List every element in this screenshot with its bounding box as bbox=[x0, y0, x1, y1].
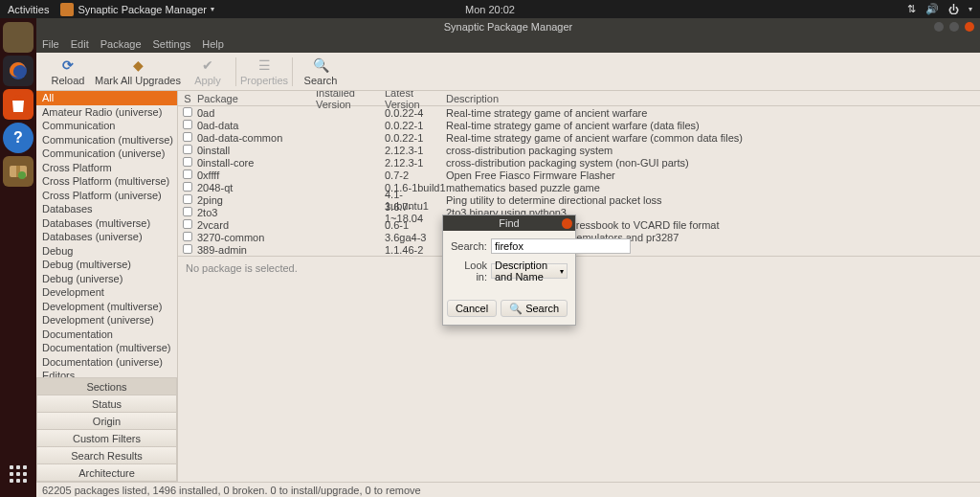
package-row[interactable]: 2vcard0.6-1perl script to convert an add… bbox=[178, 218, 980, 231]
section-item[interactable]: Cross Platform (multiverse) bbox=[36, 174, 177, 189]
dialog-search-button[interactable]: 🔍 Search bbox=[501, 300, 568, 317]
section-item[interactable]: Cross Platform (universe) bbox=[36, 189, 177, 203]
pkg-desc: Ping utility to determine directional pa… bbox=[446, 194, 980, 206]
section-item[interactable]: Amateur Radio (universe) bbox=[36, 105, 177, 120]
status-checkbox[interactable] bbox=[183, 132, 192, 142]
pkg-name: 0xffff bbox=[193, 169, 316, 181]
package-row[interactable]: 2048-qt0.1.6-1build1mathematics based pu… bbox=[178, 181, 980, 193]
search-icon: 🔍 bbox=[312, 57, 329, 73]
lookin-select[interactable]: Description and Name ▾ bbox=[491, 263, 568, 279]
filter-search-results[interactable]: Search Results bbox=[36, 446, 177, 464]
section-item[interactable]: Documentation bbox=[36, 328, 177, 342]
package-row[interactable]: 0xffff0.7-2Open Free Fiasco Firmware Fla… bbox=[178, 169, 980, 181]
status-checkbox[interactable] bbox=[183, 107, 192, 117]
chevron-down-icon[interactable]: ▾ bbox=[969, 5, 972, 13]
pkg-latest: 0.0.22-1 bbox=[385, 132, 446, 144]
activities-button[interactable]: Activities bbox=[8, 4, 49, 15]
launcher-software[interactable] bbox=[3, 89, 33, 120]
menu-bar: File Edit Package Settings Help bbox=[36, 35, 980, 53]
section-item[interactable]: All bbox=[36, 91, 177, 105]
launcher-archive[interactable] bbox=[3, 156, 33, 187]
main-panel: S Package Installed Version Latest Versi… bbox=[178, 91, 980, 482]
package-row[interactable]: 0ad0.0.22-4Real-time strategy game of an… bbox=[178, 106, 980, 119]
package-list[interactable]: 0ad0.0.22-4Real-time strategy game of an… bbox=[178, 106, 980, 256]
clock[interactable]: Mon 20:02 bbox=[465, 4, 515, 15]
filter-sections[interactable]: Sections bbox=[36, 377, 177, 395]
package-row[interactable]: 0install2.12.3-1cross-distribution packa… bbox=[178, 144, 980, 156]
menu-settings[interactable]: Settings bbox=[153, 38, 191, 50]
close-button[interactable] bbox=[965, 22, 974, 32]
col-description[interactable]: Description bbox=[446, 93, 980, 104]
section-item[interactable]: Databases bbox=[36, 202, 177, 216]
search-input[interactable] bbox=[491, 238, 631, 254]
volume-icon[interactable]: 🔊 bbox=[925, 3, 939, 15]
maximize-button[interactable] bbox=[949, 22, 959, 32]
status-checkbox[interactable] bbox=[183, 232, 192, 241]
launcher-help[interactable]: ? bbox=[3, 123, 33, 153]
menu-package[interactable]: Package bbox=[100, 38, 142, 50]
minimize-button[interactable] bbox=[934, 22, 944, 32]
section-item[interactable]: Databases (multiverse) bbox=[36, 216, 177, 231]
grid-icon bbox=[10, 465, 27, 483]
section-item[interactable]: Development bbox=[36, 285, 177, 300]
section-item[interactable]: Debug (universe) bbox=[36, 272, 177, 286]
package-row[interactable]: 2to33.6.7-1~18.042to3 binary using pytho… bbox=[178, 206, 980, 218]
status-checkbox[interactable] bbox=[183, 182, 192, 192]
menu-edit[interactable]: Edit bbox=[71, 38, 89, 50]
col-status[interactable]: S bbox=[178, 93, 193, 104]
col-package[interactable]: Package bbox=[193, 93, 316, 104]
chevron-down-icon: ▾ bbox=[560, 267, 564, 276]
section-item[interactable]: Communication (universe) bbox=[36, 147, 177, 161]
mark-upgrades-button[interactable]: ◆ Mark All Upgrades bbox=[94, 54, 182, 90]
cancel-button[interactable]: Cancel bbox=[447, 300, 497, 317]
status-checkbox[interactable] bbox=[183, 219, 192, 229]
section-item[interactable]: Debug bbox=[36, 244, 177, 259]
filter-custom[interactable]: Custom Filters bbox=[36, 429, 177, 447]
filter-status[interactable]: Status bbox=[36, 395, 177, 413]
section-list[interactable]: AllAmateur Radio (universe)Communication… bbox=[36, 91, 177, 378]
package-row[interactable]: 2ping4.1-1ubuntu1Ping utility to determi… bbox=[178, 193, 980, 206]
status-checkbox[interactable] bbox=[183, 169, 192, 179]
package-row[interactable]: 0install-core2.12.3-1cross-distribution … bbox=[178, 156, 980, 169]
dialog-titlebar: Find bbox=[443, 215, 575, 231]
launcher-files[interactable] bbox=[3, 22, 33, 53]
reload-button[interactable]: ⟳ Reload bbox=[42, 54, 94, 90]
pkg-name: 3270-common bbox=[193, 232, 316, 243]
pkg-desc: Real-time strategy game of ancient warfa… bbox=[446, 132, 980, 144]
pkg-desc: Real-time strategy game of ancient warfa… bbox=[446, 107, 980, 119]
section-item[interactable]: Documentation (universe) bbox=[36, 355, 177, 370]
package-row[interactable]: 0ad-data0.0.22-1Real-time strategy game … bbox=[178, 119, 980, 131]
pkg-name: 0ad-data-common bbox=[193, 132, 316, 144]
package-row[interactable]: 0ad-data-common0.0.22-1Real-time strateg… bbox=[178, 131, 980, 144]
menu-file[interactable]: File bbox=[42, 38, 59, 50]
apply-icon: ✔ bbox=[199, 57, 216, 73]
pkg-latest: 3.6ga4-3 bbox=[385, 232, 446, 243]
status-checkbox[interactable] bbox=[183, 120, 192, 129]
section-item[interactable]: Communication (multiverse) bbox=[36, 133, 177, 147]
archive-icon bbox=[8, 162, 29, 181]
section-item[interactable]: Databases (universe) bbox=[36, 230, 177, 244]
filter-architecture[interactable]: Architecture bbox=[36, 463, 177, 482]
section-item[interactable]: Cross Platform bbox=[36, 161, 177, 175]
lookin-label: Look in: bbox=[451, 260, 487, 282]
section-item[interactable]: Documentation (multiverse) bbox=[36, 341, 177, 355]
section-item[interactable]: Debug (multiverse) bbox=[36, 258, 177, 272]
search-button[interactable]: 🔍 Search bbox=[295, 54, 346, 90]
filter-origin[interactable]: Origin bbox=[36, 412, 177, 430]
power-icon[interactable]: ⏻ bbox=[948, 4, 959, 15]
pkg-latest: 1.1.46-2 bbox=[385, 244, 446, 256]
app-menu[interactable]: Synaptic Package Manager ▾ bbox=[60, 3, 214, 16]
launcher-apps-grid[interactable] bbox=[3, 459, 33, 489]
status-checkbox[interactable] bbox=[183, 244, 192, 254]
status-checkbox[interactable] bbox=[183, 207, 192, 216]
section-item[interactable]: Development (universe) bbox=[36, 313, 177, 328]
dialog-close-button[interactable] bbox=[562, 218, 572, 229]
section-item[interactable]: Development (multiverse) bbox=[36, 300, 177, 314]
status-checkbox[interactable] bbox=[183, 145, 192, 154]
status-checkbox[interactable] bbox=[183, 157, 192, 167]
status-checkbox[interactable] bbox=[183, 194, 192, 204]
menu-help[interactable]: Help bbox=[202, 38, 224, 50]
section-item[interactable]: Communication bbox=[36, 119, 177, 133]
launcher-firefox[interactable] bbox=[3, 56, 33, 86]
network-icon[interactable]: ⇅ bbox=[907, 3, 916, 15]
